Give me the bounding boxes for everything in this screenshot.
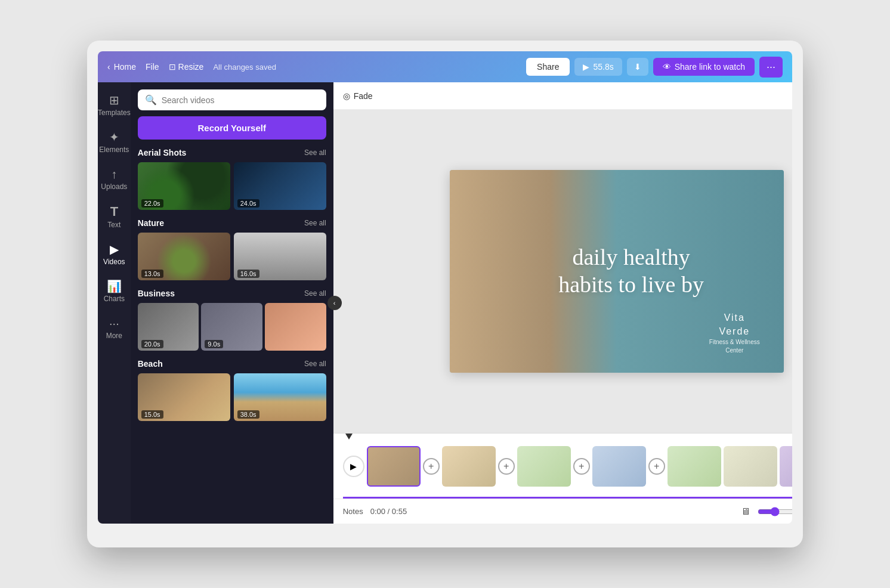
eye-icon: 👁 [663,62,671,72]
notes-button[interactable]: Notes [343,507,363,516]
timeline-track: ▶ + + + + + [333,436,792,497]
nature-video-1[interactable]: 13.0s [138,233,230,280]
timeline-play-button[interactable]: ▶ [343,456,364,477]
play-preview-button[interactable]: ▶ 55.8s [574,58,622,76]
home-label: Home [114,62,136,72]
fade-transition-button[interactable]: ◎ Fade [343,91,373,101]
timeline-clip-1[interactable] [367,446,421,487]
back-icon: ‹ [107,62,110,72]
nature-video-2-duration: 16.0s [237,270,259,278]
more-icon: ··· [109,317,119,329]
main-layout: ⊞ Templates ✦ Elements ↑ Uploads T Text … [98,82,792,524]
business-video-2[interactable]: 9.0s [201,303,262,351]
resize-label: Resize [178,62,204,72]
record-button[interactable]: Record Yourself [138,116,326,140]
add-clip-1[interactable]: + [423,458,440,475]
slide-title-line2: habits to live by [558,272,704,297]
download-button[interactable]: ⬇ [627,58,648,76]
canvas-main[interactable]: daily healthy habits to live by Vita Ver… [333,110,792,433]
sidebar-item-label: Templates [98,109,131,117]
play-icon: ▶ [583,62,589,72]
nature-video-2[interactable]: 16.0s [234,233,326,280]
nature-section-header: Nature See all [138,218,326,228]
charts-icon: 📊 [107,280,122,292]
timeline: ▶ + + + + + [333,433,792,499]
zoom-slider[interactable] [758,507,792,516]
panel-collapse-button[interactable]: ‹ [327,296,342,310]
sidebar-item-label: Charts [104,295,125,303]
business-see-all[interactable]: See all [304,289,326,298]
play-time: 55.8s [593,62,613,72]
elements-icon: ✦ [109,131,119,143]
home-button[interactable]: ‹ Home [107,62,136,72]
file-menu[interactable]: File [141,62,164,72]
search-bar: 🔍 [138,89,326,110]
resize-button[interactable]: ⊡ Resize [169,62,204,72]
sidebar-item-label: Uploads [101,182,127,191]
sidebar-item-templates[interactable]: ⊞ Templates [98,88,131,123]
business-video-2-duration: 9.0s [205,340,223,348]
beach-section-header: Beach See all [138,359,326,369]
brand-name-line1: Vita [709,311,760,324]
beach-see-all[interactable]: See all [304,360,326,368]
aerial-video-1[interactable]: 22.0s [138,162,230,210]
sidebar-item-more[interactable]: ··· More [98,311,131,346]
uploads-icon: ↑ [111,168,117,180]
timeline-clip-2[interactable] [442,446,496,487]
timeline-clip-4[interactable] [592,446,646,487]
monitor-icon: 🖥 [741,506,750,516]
beach-video-2-duration: 38.0s [237,410,259,419]
slide-main-title: daily healthy habits to live by [558,244,704,298]
aerial-video-2[interactable]: 24.0s [234,162,326,210]
playback-time: 0:00 / 0:55 [370,507,407,516]
more-options-button[interactable]: ··· [759,57,783,78]
business-video-1[interactable]: 20.0s [138,303,199,351]
add-clip-2[interactable]: + [498,458,515,475]
timeline-clip-6[interactable] [724,446,777,487]
canvas-toolbar: ◎ Fade + ⧉ 🗑 [333,82,792,110]
timeline-clip-5[interactable] [668,446,721,487]
slide-preview[interactable]: daily healthy habits to live by Vita Ver… [450,170,784,373]
share-button[interactable]: Share [526,58,570,76]
sidebar-item-uploads[interactable]: ↑ Uploads [98,162,131,197]
laptop-screen: ‹ Home File ⊡ Resize All changes saved S… [98,51,792,524]
sidebar-item-charts[interactable]: 📊 Charts [98,274,131,309]
timeline-marker [345,434,353,440]
business-video-3[interactable] [265,303,326,351]
sidebar-item-text[interactable]: T Text [98,199,131,235]
business-grid: 20.0s 9.0s [138,303,326,351]
sidebar-item-label: Text [107,221,120,229]
aerial-see-all[interactable]: See all [304,148,326,157]
canvas-area: ◎ Fade + ⧉ 🗑 daily healthy [333,82,792,524]
add-clip-3[interactable]: + [573,458,590,475]
sidebar-item-videos[interactable]: ▶ Videos [98,237,131,272]
add-clip-4[interactable]: + [648,458,665,475]
beach-grid: 15.0s 38.0s [138,373,326,421]
presenter-view-button[interactable]: 🖥 [741,506,750,517]
beach-video-2[interactable]: 38.0s [234,373,326,421]
templates-icon: ⊞ [109,94,119,106]
business-section-header: Business See all [138,289,326,298]
share-watch-label: Share link to watch [675,62,745,72]
fade-icon: ◎ [343,91,350,101]
nature-see-all[interactable]: See all [304,219,326,227]
nature-title: Nature [138,218,164,228]
slide-brand: Vita Verde Fitness & Wellness Center [709,311,760,355]
business-title: Business [138,289,175,298]
download-icon: ⬇ [634,62,641,72]
status-bar: Notes 0:00 / 0:55 🖥 34% ⊞ 9 ⛶ [333,499,792,524]
videos-icon: ▶ [110,243,119,255]
brand-name-line2: Verde [709,325,760,338]
laptop-shell: ‹ Home File ⊡ Resize All changes saved S… [87,41,803,547]
beach-video-1[interactable]: 15.0s [138,373,230,421]
sidebar-item-label: More [106,332,122,340]
share-watch-button[interactable]: 👁 Share link to watch [653,58,755,76]
timeline-clip-7[interactable] [780,446,792,487]
search-input[interactable] [162,95,319,105]
timeline-clip-3[interactable] [517,446,571,487]
sidebar-item-elements[interactable]: ✦ Elements [98,125,131,160]
beach-video-1-duration: 15.0s [141,410,163,419]
brand-tagline2: Center [709,346,760,355]
nature-video-1-duration: 13.0s [141,270,163,278]
slide-title-line1: daily healthy [572,245,690,270]
